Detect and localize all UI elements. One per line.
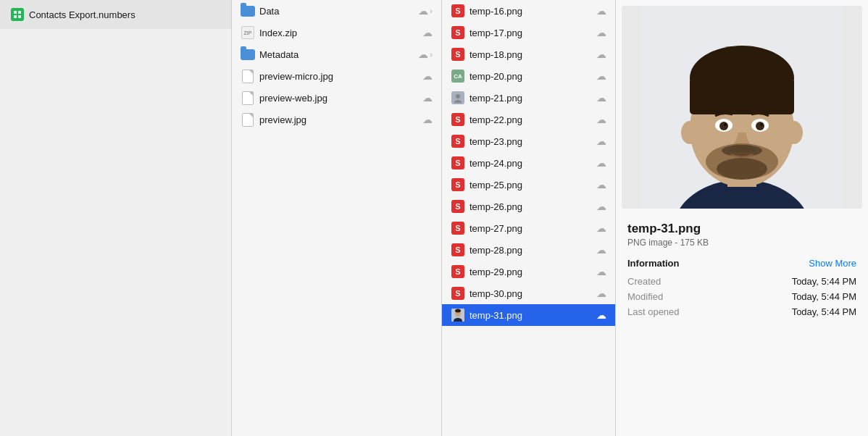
svg-point-17 [681,121,698,144]
preview-panel: temp-31.png PNG image - 175 KB Informati… [616,0,868,436]
cloud-icon: ☁ [596,157,606,169]
file-icon: S [451,221,465,235]
information-label: Information [627,258,680,269]
info-key: Last opened [627,306,680,317]
numbers-file-name: Contacts Export.numbers [29,9,221,20]
file-item[interactable]: temp-31.png ☁ [442,304,615,326]
file-icon: S [451,4,465,18]
file-item[interactable]: Data ☁› [232,0,441,22]
cloud-icon: ☁ [596,27,606,38]
column-1: Contacts Export.numbers [0,0,232,436]
column-2: Data ☁› ZIP Index.zip ☁ Metadata ☁› prev… [232,0,442,436]
file-item[interactable]: preview-micro.jpg ☁ [232,65,441,87]
file-item[interactable]: S temp-26.png ☁ [442,196,615,217]
svg-rect-1 [18,11,21,14]
svg-point-21 [719,122,728,130]
svg-point-23 [724,123,727,126]
file-name: temp-22.png [470,114,592,125]
file-item[interactable]: S temp-30.png ☁ [442,282,615,304]
info-value: Today, 5:44 PM [792,276,856,287]
cloud-icon: ☁ [596,5,606,17]
preview-image-container [622,6,862,209]
info-value: Today, 5:44 PM [792,306,856,317]
file-item[interactable]: CA temp-20.png ☁ [442,65,615,87]
cloud-icon: ☁ [422,27,433,38]
file-name: temp-17.png [470,28,592,38]
file-icon: S [451,177,465,192]
svg-point-9 [455,309,461,313]
file-icon [451,91,465,105]
info-row: Created Today, 5:44 PM [627,276,856,287]
svg-point-18 [785,121,803,144]
col3-file-list: S temp-16.png ☁ S temp-17.png ☁ S temp-1… [442,0,615,326]
info-key: Created [627,276,661,287]
file-subtitle: PNG image - 175 KB [627,238,856,248]
cloud-icon: ☁ [596,201,606,212]
svg-point-5 [454,100,462,103]
file-icon: S [451,47,465,62]
file-item[interactable]: temp-21.png ☁ [442,87,615,109]
file-item[interactable]: preview.jpg ☁ [232,109,441,130]
cloud-icon: ☁ [596,70,606,82]
cloud-icon: ☁ [422,114,433,125]
file-name: temp-28.png [470,245,592,256]
file-item[interactable]: S temp-27.png ☁ [442,217,615,239]
show-more-button[interactable]: Show More [809,258,856,269]
file-name: temp-27.png [470,223,592,234]
file-item[interactable]: S temp-25.png ☁ [442,174,615,196]
cloud-icon: ☁ [422,70,433,82]
file-icon: S [451,286,465,301]
cloud-icon: ☁ [596,244,606,256]
cloud-icon: ☁ [596,288,606,299]
file-item[interactable]: S temp-28.png ☁ [442,239,615,261]
file-item[interactable]: preview-web.jpg ☁ [232,87,441,109]
file-name: preview-web.jpg [259,93,418,104]
file-name: temp-24.png [470,158,592,169]
file-icon: S [451,112,465,127]
file-item[interactable]: S temp-29.png ☁ [442,261,615,282]
file-icon: S [451,199,465,214]
file-icon: S [451,25,465,40]
col2-file-list: Data ☁› ZIP Index.zip ☁ Metadata ☁› prev… [232,0,441,130]
svg-point-26 [722,145,762,156]
file-icon [241,69,255,83]
cloud-icon: ☁ [422,92,433,104]
svg-point-4 [456,94,460,98]
file-item[interactable]: S temp-24.png ☁ [442,152,615,174]
info-section-header: Information Show More [627,258,856,269]
file-icon [451,308,465,322]
info-value: Today, 5:44 PM [792,291,856,302]
cloud-icon: ☁ [418,5,428,17]
file-name: temp-25.png [470,180,592,190]
file-name: temp-23.png [470,136,592,147]
svg-rect-16 [690,78,794,114]
cloud-icon: ☁ [596,135,606,147]
file-name: Data [259,6,414,17]
preview-image [640,6,843,209]
file-name: Index.zip [259,28,418,38]
file-item[interactable]: ZIP Index.zip ☁ [232,22,441,43]
file-info-section: temp-31.png PNG image - 175 KB Informati… [616,214,868,329]
file-item[interactable]: Metadata ☁› [232,43,441,65]
file-name: temp-26.png [470,201,592,212]
file-item[interactable]: S temp-16.png ☁ [442,0,615,22]
svg-point-27 [717,158,767,180]
file-item[interactable]: S temp-22.png ☁ [442,109,615,130]
file-icon: ZIP [241,25,255,40]
file-name: temp-21.png [470,93,592,104]
chevron-icon: › [430,50,433,59]
file-item[interactable]: S temp-17.png ☁ [442,22,615,43]
file-name: Metadata [259,49,414,60]
svg-rect-2 [14,15,17,18]
file-name: temp-31.png [470,310,592,321]
file-item[interactable]: S temp-18.png ☁ [442,43,615,65]
file-title: temp-31.png [627,222,856,236]
file-icon: S [451,134,465,148]
numbers-file-item[interactable]: Contacts Export.numbers [0,0,231,29]
file-icon [241,91,255,105]
file-name: temp-30.png [470,288,592,299]
cloud-icon: ☁ [596,114,606,125]
svg-rect-3 [18,15,21,18]
svg-point-24 [760,123,763,126]
file-item[interactable]: S temp-23.png ☁ [442,130,615,152]
